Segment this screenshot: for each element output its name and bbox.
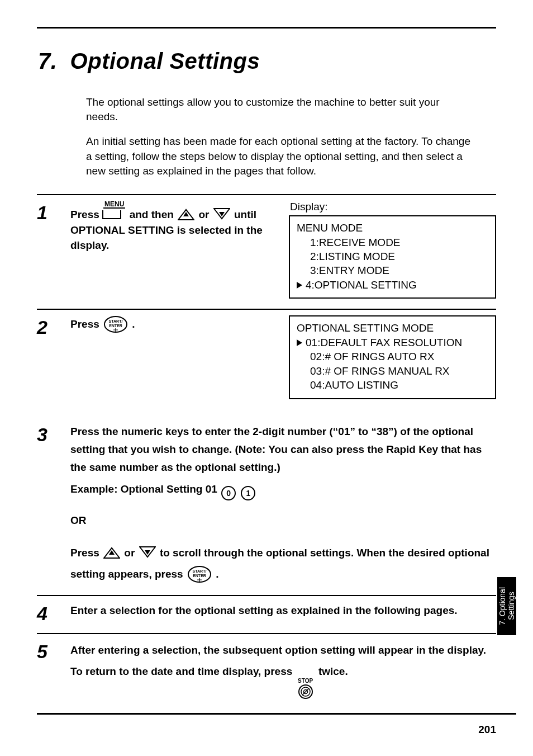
intro-paragraph-1: The optional settings allow you to custo… — [86, 95, 474, 124]
step-3-text: Press the numeric keys to enter the 2-di… — [70, 423, 496, 477]
step-5-instruction: After entering a selection, the subseque… — [70, 640, 496, 700]
up-arrow-key-icon — [178, 208, 194, 220]
top-rule — [37, 27, 496, 29]
bottom-rule — [37, 713, 516, 715]
step-2-instruction: Press START/ENTER . — [70, 315, 278, 399]
step-3-alt: Press or to scroll through the optional … — [70, 542, 496, 585]
display-line: 03:# OF RINGS MANUAL RX — [297, 364, 488, 378]
intro-paragraph-2: An initial setting has been made for eac… — [86, 134, 474, 178]
step-1-display: Display: MENU MODE 1:RECEIVE MODE 2:LIST… — [289, 201, 496, 299]
svg-text:ENTER: ENTER — [193, 574, 206, 578]
step-1-instruction: Press MENU and then or until OPTIONAL SE… — [70, 201, 278, 299]
manual-page: 7. Optional Settings The optional settin… — [0, 0, 533, 756]
display-label: Display: — [290, 201, 496, 213]
side-tab: 7. Optional Settings — [497, 577, 516, 635]
step-3-example: Example: Optional Setting 01 0 1 — [70, 480, 496, 501]
step-number: 4 — [37, 602, 70, 623]
step-4: 4 Enter a selection for the optional set… — [37, 595, 496, 633]
display-line: 3:ENTRY MODE — [297, 263, 488, 277]
svg-text:START/: START/ — [109, 319, 123, 323]
start-enter-key-icon: START/ENTER — [103, 315, 128, 333]
stop-key-icon: STOP — [298, 678, 313, 700]
side-tab-label: 7. Optional Settings — [498, 587, 516, 625]
step-2: 2 Press START/ENTER . OPTIONAL SETTING M… — [37, 309, 496, 409]
display-line: 2:LISTING MODE — [297, 249, 488, 263]
display-line: 1:RECEIVE MODE — [297, 235, 488, 249]
up-arrow-key-icon — [103, 546, 120, 559]
start-enter-key-icon: START/ENTER — [187, 565, 212, 583]
svg-text:START/: START/ — [193, 569, 207, 573]
chapter-title: 7. Optional Settings — [38, 49, 496, 74]
step-number: 5 — [37, 640, 70, 661]
display-line: OPTIONAL SETTING MODE — [297, 321, 488, 335]
numeric-key-0-icon: 0 — [221, 486, 236, 500]
display-line-selected: 4:OPTIONAL SETTING — [297, 278, 488, 292]
display-box-1: MENU MODE 1:RECEIVE MODE 2:LISTING MODE … — [289, 215, 496, 299]
chapter-title-text: Optional Settings — [70, 49, 260, 73]
steps-list: 1 Press MENU and then or — [37, 194, 496, 710]
step-3-instruction: Press the numeric keys to enter the 2-di… — [70, 423, 496, 585]
down-arrow-key-icon — [139, 546, 156, 559]
step-5: 5 After entering a selection, the subseq… — [37, 633, 496, 710]
or-label: OR — [70, 512, 496, 530]
page-number: 201 — [478, 724, 496, 736]
step-2-display: OPTIONAL SETTING MODE 01:DEFAULT FAX RES… — [289, 315, 496, 399]
numeric-key-1-icon: 1 — [241, 486, 255, 500]
svg-text:ENTER: ENTER — [109, 324, 122, 328]
cursor-arrow-icon — [297, 282, 302, 289]
down-arrow-key-icon — [213, 208, 230, 220]
display-line: MENU MODE — [297, 221, 488, 235]
step-number: 3 — [37, 423, 70, 444]
display-line: 04:AUTO LISTING — [297, 378, 488, 392]
step-3: 3 Press the numeric keys to enter the 2-… — [37, 417, 496, 595]
cursor-arrow-icon — [297, 339, 302, 346]
display-line-selected: 01:DEFAULT FAX RESOLUTION — [297, 336, 488, 349]
step-1: 1 Press MENU and then or — [37, 194, 496, 309]
chapter-number: 7. — [38, 49, 57, 73]
step-number: 2 — [37, 315, 70, 337]
menu-key-icon: MENU — [102, 201, 126, 222]
display-line: 02:# OF RINGS AUTO RX — [297, 349, 488, 363]
step-number: 1 — [37, 201, 70, 222]
display-box-2: OPTIONAL SETTING MODE 01:DEFAULT FAX RES… — [289, 315, 496, 399]
step-4-instruction: Enter a selection for the optional setti… — [70, 602, 496, 620]
